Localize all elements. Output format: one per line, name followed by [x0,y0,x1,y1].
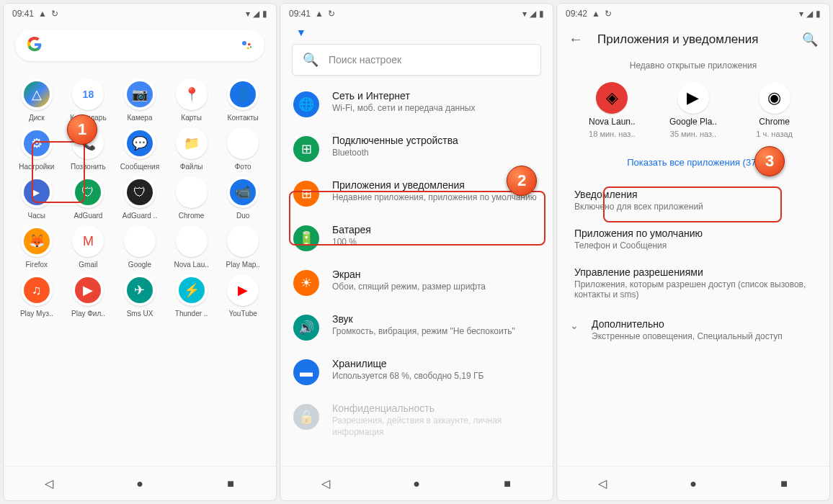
app-item[interactable]: 👤Контакты [218,78,267,122]
battery-icon: ▮ [816,9,821,19]
recent-app-item[interactable]: ◈Nova Laun..18 мин. наз.. [579,82,644,138]
show-all-apps-button[interactable]: Показать все приложения (37) [557,147,829,178]
app-item[interactable]: ▸Часы [12,176,61,220]
status-bar: 09:41 ▲ ↻ ▾ ◢ ▮ [280,4,553,24]
status-bar: 09:41 ▲ ↻ ▾ ◢ ▮ [4,4,276,24]
app-label: YouTube [229,310,257,318]
app-label: Chrome [179,212,205,220]
app-item[interactable]: ⚡Thunder .. [167,274,216,318]
google-logo-icon [27,37,44,54]
detail-item[interactable]: Приложения по умолчаниюТелефон и Сообщен… [557,220,829,258]
app-label: AdGuard [74,212,102,220]
app-item[interactable]: ▶Play Мар.. [218,225,267,269]
app-label: Камера [128,114,153,122]
setting-sub: Wi-Fi, моб. сети и передача данных [332,103,540,114]
app-item[interactable]: ✈Sms UX [115,274,164,318]
app-item[interactable]: ◉Chrome [167,176,216,220]
setting-icon: ▬ [293,359,319,385]
app-item[interactable]: 📹Duo [218,176,267,220]
recent-app-name: Nova Laun.. [589,117,636,127]
setting-icon: ☀ [293,270,319,296]
app-item[interactable]: 🦊Firefox [12,225,61,269]
nav-back-button[interactable]: ◁ [317,475,334,492]
nav-home-button[interactable]: ● [685,475,702,492]
detail-item[interactable]: УведомленияВключено для всех приложений [557,181,829,220]
app-label: Nova Lau.. [174,261,208,269]
recent-app-name: Chrome [759,117,790,127]
app-item[interactable]: 🛡AdGuard .. [115,176,164,220]
app-item[interactable]: ✦Фото [218,127,267,171]
setting-item[interactable]: 🔊ЗвукГромкость, вибрация, режим "Не бесп… [280,305,553,349]
setting-sub: Используется 68 %, свободно 5,19 ГБ [332,371,540,382]
app-item[interactable]: 💬Сообщения [115,127,164,171]
app-item[interactable]: ◈Nova Lau.. [167,225,216,269]
setting-item[interactable]: 🌐Сеть и ИнтернетWi-Fi, моб. сети и перед… [280,81,553,126]
sync-icon: ↻ [51,9,58,19]
setting-item[interactable]: ☀ЭкранОбои, спящий режим, размер шрифта [280,260,553,305]
app-label: Firefox [26,261,48,269]
app-icon: ♫ [24,277,50,303]
google-search-bar[interactable] [15,30,264,61]
recent-app-item[interactable]: ◉Chrome1 ч. назад [742,82,807,138]
setting-title: Хранилище [332,358,540,369]
signal-icon: ◢ [530,9,536,19]
settings-search[interactable]: 🔍 Поиск настроек [292,44,541,76]
app-icon: ⚡ [179,277,205,303]
app-icon: ▶ [230,228,256,254]
recent-app-time: 1 ч. назад [756,130,793,138]
svg-point-0 [242,41,246,45]
nav-home-button[interactable]: ● [131,475,148,492]
app-item[interactable]: 🛡AdGuard [64,176,113,220]
screen-apps-notifications: 09:42 ▲ ↻ ▾ ◢ ▮ ← Приложения и уведомлен… [556,3,830,501]
app-icon: 👤 [230,81,256,107]
nav-recents-button[interactable]: ■ [775,475,793,492]
recent-app-item[interactable]: ▶Google Pla..35 мин. наз.. [661,82,726,138]
setting-sub: Обои, спящий режим, размер шрифта [332,282,540,293]
nav-home-button[interactable]: ● [408,475,425,492]
detail-sub: Телефон и Сообщения [574,240,812,251]
assistant-icon[interactable] [240,39,253,52]
recent-app-name: Google Pla.. [669,117,717,127]
app-item[interactable]: △Диск [12,78,61,122]
setting-title: Сеть и Интернет [332,90,540,102]
setting-item[interactable]: 🔒КонфиденциальностьРазрешения, действия … [280,394,553,446]
app-icon: ⚙ [24,130,50,156]
app-item[interactable]: 📁Файлы [167,127,216,171]
setting-item[interactable]: 🔋Батарея100 % [280,215,553,260]
setting-title: Батарея [332,224,540,235]
nav-back-button[interactable]: ◁ [594,475,611,492]
app-item[interactable]: MGmail [64,225,113,269]
screen-app-drawer: 09:41 ▲ ↻ ▾ ◢ ▮ △Диск18Календарь📷Камера📍… [3,3,277,501]
settings-list: 🌐Сеть и ИнтернетWi-Fi, моб. сети и перед… [280,78,553,466]
detail-item[interactable]: Управление разрешениямиПриложения, котор… [557,258,829,307]
svg-point-2 [247,47,249,49]
setting-sub: Недавние приложения, приложения по умолч… [332,192,540,204]
setting-sub: Bluetooth [332,148,540,159]
setting-item[interactable]: ▬ХранилищеИспользуется 68 %, свободно 5,… [280,349,553,394]
app-item[interactable]: 📷Камера [115,78,164,122]
callout-badge-3: 3 [754,146,785,176]
search-icon[interactable]: 🔍 [802,32,818,48]
app-label: Позвонить [71,163,106,171]
setting-sub: 100 % [332,237,540,248]
setting-sub: Разрешения, действия в аккаунте, личная … [332,415,540,438]
callout-badge-1: 1 [67,114,97,145]
app-item[interactable]: ♫Play Муз.. [12,274,61,318]
nav-recents-button[interactable]: ■ [222,475,239,492]
nav-back-button[interactable]: ◁ [40,475,58,492]
advanced-item[interactable]: ⌄ Дополнительно Экстренные оповещения, С… [557,310,829,349]
app-item[interactable]: ▶Play Фил.. [64,274,113,318]
status-time: 09:41 [12,9,34,19]
app-label: Thunder .. [175,310,208,318]
app-item[interactable]: ▶YouTube [218,274,267,318]
app-item[interactable]: GGoogle [115,225,164,269]
svg-point-1 [248,43,251,46]
app-item[interactable]: ⚙Настройки [12,127,61,171]
wifi-icon: ▾ [799,9,803,19]
app-item[interactable]: 📍Карты [167,78,216,122]
svg-point-3 [250,46,251,48]
setting-item[interactable]: ⊞Подключенные устройстваBluetooth [280,126,553,171]
back-arrow-icon[interactable]: ← [569,31,583,48]
section-recent-label: Недавно открытые приложения [557,55,829,76]
nav-recents-button[interactable]: ■ [499,475,516,492]
